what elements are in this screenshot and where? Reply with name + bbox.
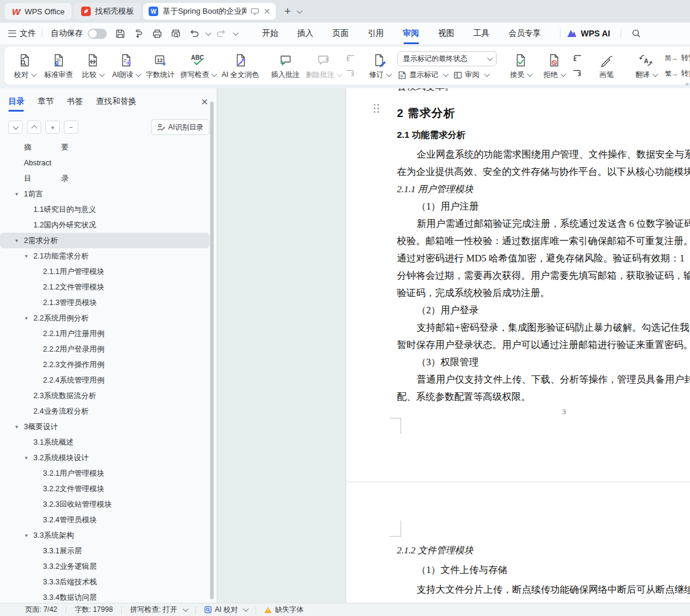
undo-chevron-icon[interactable] (205, 30, 211, 36)
toc-item[interactable]: 3.3.2业务逻辑层 (0, 559, 210, 574)
missing-font-warning[interactable]: 缺失字体 (264, 605, 303, 615)
collapse-up-button[interactable] (27, 121, 41, 134)
translate-button[interactable]: A 翻译 (629, 49, 663, 82)
markup-state-select[interactable]: 显示标记的最终状态 (398, 51, 497, 66)
close-panel-icon[interactable]: ✕ (201, 97, 208, 107)
toc-item[interactable]: ▼1前言 (0, 186, 210, 202)
toc-item[interactable]: 目 录 (0, 171, 210, 186)
toc-item[interactable]: 3.2.4管理员模块 (0, 512, 210, 528)
tab-bookmarks[interactable]: 书签 (67, 94, 83, 109)
sidebar-scrollbar[interactable] (210, 101, 214, 599)
document-workspace[interactable]: 公模式变革。2 需求分析2.1 功能需求分析企业网盘系统的功能需求围绕用户管理、… (217, 88, 690, 603)
toc-item[interactable]: ▼2.2系统用例分析 (0, 310, 210, 326)
proofread-button[interactable]: 校对 (8, 49, 41, 82)
previous-comment-icon[interactable] (345, 54, 356, 63)
ai-polish-button[interactable]: AI 全文润色 (218, 49, 262, 82)
screen-share-icon[interactable] (251, 8, 259, 15)
toc-item[interactable]: 2.2.1用户注册用例 (0, 326, 210, 341)
menu-tab-member[interactable]: 会员专享 (507, 24, 542, 42)
tab-contents[interactable]: 目录 (8, 94, 24, 109)
toc-item[interactable]: 2.2.2用户登录用例 (0, 341, 210, 357)
toc-item[interactable]: 2.3系统数据流分析 (0, 388, 210, 404)
undo-icon[interactable] (189, 29, 199, 38)
word-count-indicator[interactable]: 字数: 17998 (75, 605, 113, 615)
tab-wps-office[interactable]: W WPS Office (5, 3, 72, 20)
toc-item[interactable]: 2.1.1用户管理模块 (0, 264, 210, 279)
ai-proofread-status[interactable]: AI 校对 (204, 605, 248, 615)
review-pane-button[interactable]: 审阅 (453, 70, 488, 80)
redo-chevron-icon[interactable] (233, 30, 239, 36)
page-indicator[interactable]: 页面: 7/42 (25, 605, 57, 615)
menu-tab-tools[interactable]: 工具 (472, 24, 491, 42)
accept-button[interactable]: 接受 (504, 49, 537, 82)
toc-item[interactable]: 3.3.1展示层 (0, 543, 210, 559)
paragraph-drag-handle-icon[interactable] (374, 104, 380, 115)
reject-button[interactable]: 拒绝 (537, 49, 571, 82)
collapse-arrow-icon[interactable]: ▼ (24, 533, 33, 538)
tab-chapters[interactable]: 章节 (38, 94, 54, 109)
menu-tab-view[interactable]: 视图 (437, 24, 455, 42)
file-menu-button[interactable]: 文件 (8, 28, 36, 39)
toc-item[interactable]: ▼3.2系统模块设计 (0, 450, 210, 466)
collapse-arrow-icon[interactable]: ▼ (14, 192, 24, 197)
menu-tab-home[interactable]: 开始 (261, 24, 279, 42)
show-markup-button[interactable]: 显示标记 (398, 70, 447, 80)
menu-tab-insert[interactable]: 插入 (296, 24, 315, 42)
insert-comment-button[interactable]: 插入批注 (268, 49, 303, 82)
track-changes-button[interactable]: 修订 (363, 49, 396, 82)
collapse-arrow-icon[interactable]: ▼ (24, 254, 33, 259)
delete-comment-button[interactable]: 删除批注 (303, 49, 344, 82)
to-simplified-button[interactable]: 繁→ 转简 (665, 69, 690, 79)
toc-item[interactable]: ▼2需求分析 (0, 233, 210, 248)
toc-item[interactable]: ▼3概要设计 (0, 419, 210, 435)
save-icon[interactable] (115, 29, 125, 39)
tab-list-chevron-icon[interactable] (297, 8, 303, 14)
toc-item[interactable]: 2.2.4系统管理用例 (0, 372, 210, 388)
toc-item[interactable]: 2.1.2文件管理模块 (0, 279, 210, 295)
collapse-arrow-icon[interactable]: ▼ (14, 424, 24, 430)
ribbon-overflow-icon[interactable]: » (685, 80, 689, 87)
collapse-arrow-icon[interactable]: ▼ (14, 238, 24, 244)
search-icon[interactable] (632, 29, 641, 38)
compare-button[interactable]: 比较 (76, 49, 109, 82)
close-tab-icon[interactable]: ✕ (263, 7, 270, 16)
wps-ai-button[interactable]: WPS AI (566, 29, 610, 38)
next-change-icon[interactable] (572, 69, 583, 78)
export-icon[interactable] (134, 29, 144, 39)
expand-all-button[interactable]: ＋ (45, 121, 60, 134)
tab-template[interactable]: 找稻壳模板 (74, 3, 141, 20)
print-icon[interactable] (152, 29, 162, 39)
ink-brush-button[interactable]: 画笔 (590, 49, 623, 82)
collapse-arrow-icon[interactable]: ▼ (24, 316, 33, 321)
toc-item[interactable]: ▼2.1功能需求分析 (0, 248, 210, 264)
toc-item[interactable]: Abstract (0, 155, 210, 171)
toc-item[interactable]: 2.4业务流程分析 (0, 404, 210, 419)
toc-item[interactable]: 3.3.4数据访问层 (0, 590, 210, 603)
menu-tab-page[interactable]: 页面 (331, 24, 350, 42)
tab-find-replace[interactable]: 查找和替换 (96, 94, 137, 109)
menu-tab-review[interactable]: 审阅 (402, 24, 420, 42)
redo-icon[interactable] (217, 29, 226, 38)
word-count-button[interactable]: 12 字数统计 (143, 49, 177, 82)
page-4[interactable]: 2.1.2 文件管理模块（1）文件上传与存储支持大文件分片上传，断点续传功能确保… (346, 482, 690, 603)
toc-item[interactable]: 1.2国内外研究状况 (0, 217, 210, 233)
toc-item[interactable]: 1.1研究目的与意义 (0, 202, 210, 217)
standard-review-button[interactable]: 标准审查 (41, 49, 76, 82)
ai-read-button[interactable]: AI朗读 (109, 49, 143, 82)
autosave-toggle[interactable] (88, 29, 107, 39)
collapse-all-button[interactable]: － (64, 121, 78, 134)
spell-check-status[interactable]: 拼写检查: 打开 (130, 605, 187, 615)
toc-item[interactable]: 摘 要 (0, 140, 210, 155)
toc-item[interactable]: 2.2.3文件操作用例 (0, 357, 210, 372)
toc-item[interactable]: 2.1.3管理员模块 (0, 295, 210, 310)
print-preview-icon[interactable] (171, 29, 181, 39)
toc-item[interactable]: 3.1系统概述 (0, 435, 210, 450)
menu-tab-reference[interactable]: 引用 (366, 24, 385, 42)
ai-recognize-toc-button[interactable]: AI识别目录 (151, 119, 210, 135)
previous-change-icon[interactable] (572, 54, 583, 63)
toc-item[interactable]: 3.2.3回收站管理模块 (0, 497, 210, 512)
expand-down-button[interactable] (8, 121, 23, 134)
collapse-arrow-icon[interactable]: ▼ (24, 455, 33, 461)
toc-item[interactable]: ▼3.3系统架构 (0, 528, 210, 543)
toc-item[interactable]: 3.3.3后端技术栈 (0, 574, 210, 590)
